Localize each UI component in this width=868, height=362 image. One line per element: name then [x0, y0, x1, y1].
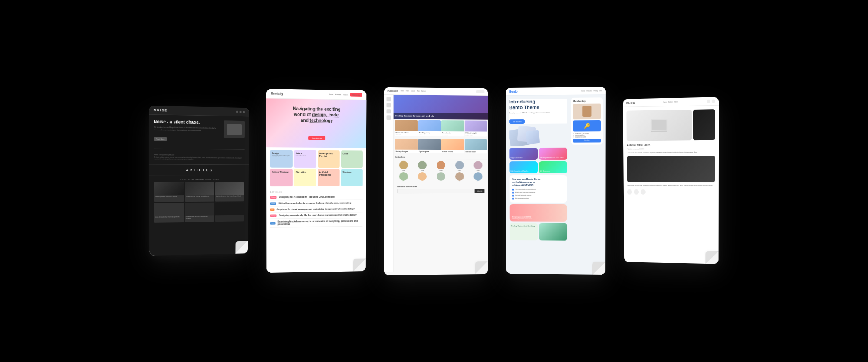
c1-hero-btn[interactable]: Read More [154, 137, 167, 141]
c3-author-6[interactable]: Author [395, 172, 413, 183]
c3-nav: Home News Culture Tech Opinion [401, 90, 426, 92]
c3-author-9[interactable]: Author [450, 172, 468, 183]
c5-hero-img-right [693, 109, 715, 140]
c3-author-5-avatar [473, 161, 482, 169]
showcase-container: NOISE Noise - a silent chaos. We analyse… [0, 0, 868, 362]
c3-article-img-1 [395, 120, 418, 131]
c3-author-1[interactable]: Author [395, 161, 413, 171]
c3-author-7[interactable]: Author [414, 172, 431, 183]
c5-share-icon-2[interactable] [634, 189, 639, 194]
c2-article-5[interactable]: Tech Examining blockchain concepts as in… [270, 218, 362, 228]
c2-article-2[interactable]: Ethics Ethical frameworks for developers… [270, 200, 362, 206]
c4-runner-image: Everything you need, BENT-TOsomething yo… [510, 204, 567, 221]
c3-author-9-avatar [455, 172, 464, 181]
c3-article-card-2[interactable]: Breaking story News · 3 min [418, 120, 441, 136]
c3-article-card-6[interactable]: Opinion piece [418, 139, 441, 153]
c1-hero: Noise - a silent chaos. We analyse the w… [149, 114, 249, 146]
c3-article-img-3 [441, 120, 464, 131]
c1-section-title: Noise: Deciphering History [154, 153, 244, 156]
c4-nav: Home Features Pricing Docs [581, 90, 602, 91]
c3-author-3[interactable]: Author [432, 161, 450, 171]
c3-email-input[interactable] [397, 189, 473, 193]
c2-articles-section: ARTICLES Design Designing for Accessibil… [266, 189, 366, 229]
c2-cell-code[interactable]: Code [341, 150, 363, 168]
c1-logo: NOISE [154, 108, 168, 112]
c1-article-6[interactable] [215, 202, 244, 222]
c5-share-icon-3[interactable] [641, 189, 646, 194]
c3-author-3-avatar [437, 161, 445, 169]
c5-twitter-icon[interactable] [707, 99, 710, 103]
c2-cell-startups[interactable]: Startups [341, 169, 363, 186]
c2-article-1[interactable]: Design Designing for Accessibility - Inc… [270, 194, 362, 200]
c4-header: Bento Home Features Pricing Docs [506, 86, 606, 95]
c1-article-4[interactable]: Voices of Leadership: University Speeche… [154, 203, 184, 223]
c3-article-card-5[interactable]: Society changes [395, 139, 418, 153]
c3-subscribe-btn[interactable]: Subscribe [474, 189, 484, 193]
c1-hero-subtitle: We analyse the world's political chaos t… [154, 126, 221, 132]
c2-bento-grid: Design Typography & Visual Principles Ar… [266, 147, 366, 189]
c3-authors-title: Our Authors [395, 156, 487, 159]
c4-hero-cta-btn[interactable]: Get Started [509, 119, 525, 123]
c1-featured-section: Noise: Deciphering History We find in po… [149, 152, 249, 163]
c2-cell-thinking[interactable]: Critical Thinking [270, 169, 293, 186]
c5-share-icon-2[interactable] [712, 99, 715, 103]
c1-categories: POLITICS HISTORY LEADERSHIP CULTURE SOCI… [149, 177, 249, 182]
c3-author-4[interactable]: Author [450, 161, 468, 171]
card-minimal-theme[interactable]: BLOG Home Archive About [623, 97, 719, 264]
c2-cell-design[interactable]: Design Typography & Visual Principles [270, 150, 293, 168]
c2-nav: Home Articles Topics Subscribe [329, 92, 362, 96]
c2-article-3[interactable]: UX An primer for visual management - opt… [270, 206, 362, 213]
c3-author-8[interactable]: Author [432, 172, 450, 183]
c1-article-1[interactable]: Political Dynasties: Historical Families [154, 182, 184, 202]
c3-author-10[interactable]: Author [469, 172, 487, 183]
c3-sidebar-bookmark-icon[interactable] [386, 109, 391, 113]
c3-article-card-7[interactable]: Culture review [441, 139, 464, 153]
c3-article-img-8 [464, 139, 487, 150]
c2-article-4[interactable]: Design Designing user-friendly UIs for s… [270, 212, 362, 219]
c3-author-4-avatar [455, 161, 464, 169]
c3-sidebar-profile-icon[interactable] [386, 115, 391, 120]
c3-article-card-3[interactable]: Tech trends Tech · 5 min [441, 120, 464, 136]
c3-sidebar-home-icon[interactable] [386, 97, 391, 101]
c3-article-card-4[interactable]: Political insight Politics · 6 min [464, 120, 487, 136]
c2-cell-playlist[interactable]: Development Playlist [318, 150, 340, 167]
c3-sidebar [384, 94, 393, 271]
c1-hero-title: Noise - a silent chaos. [154, 119, 221, 125]
c3-author-5[interactable]: Author [469, 161, 487, 171]
c1-article-5[interactable]: The Power and the Peril: Controversial D… [184, 202, 214, 222]
c4-right: Membership 🔑 ✓ Full access to all conten… [571, 95, 606, 244]
c3-layout: Finding Balance Between Art and Life Mus… [384, 94, 488, 271]
c3-article-card-1[interactable]: Music and culture Arts · 4 min [395, 120, 418, 136]
c1-dots [236, 110, 245, 113]
c1-article-2[interactable]: Turning Points in History: Political Eve… [185, 182, 214, 201]
c1-dot-2 [240, 110, 242, 113]
c2-cell-article[interactable]: Article Featured content [294, 150, 316, 167]
c4-checklist: Fully customizable bento grid layout Mul… [512, 188, 565, 199]
c3-article-img-6 [418, 139, 441, 150]
c2-cell-ai[interactable]: Artificial Intelligence [317, 169, 339, 186]
c4-bottom-grid: Feeling Topics Just Got Easy [510, 223, 567, 240]
c3-search[interactable] [476, 90, 485, 93]
c5-content: Article Title Here Published on January … [623, 105, 719, 198]
c3-author-2[interactable]: Author [414, 161, 431, 171]
c3-article-card-8[interactable]: Science report [464, 139, 487, 153]
card-bento-theme[interactable]: Bento Home Features Pricing Docs Introdu… [506, 86, 606, 274]
page-curl-2 [355, 260, 365, 271]
c3-sidebar-menu-icon[interactable] [386, 103, 391, 107]
c2-subscribe-btn[interactable]: Subscribe [350, 93, 362, 96]
c2-cell-disruption[interactable]: Disruption [294, 169, 316, 186]
c5-nav: Home Archive About [663, 101, 678, 103]
c1-tv-image [224, 120, 245, 138]
c4-membership-btn[interactable]: Join Now [573, 139, 601, 142]
page-curl-3 [477, 263, 488, 274]
c1-article-3[interactable]: Maritime Leaders: How Crisis Shaped Nava… [215, 182, 244, 201]
c5-share-icon-1[interactable] [627, 189, 632, 194]
c1-dot-1 [236, 110, 238, 113]
card-colorful-theme[interactable]: Bento.ly Home Articles Topics Subscribe … [266, 88, 367, 272]
c2-hero-btn[interactable]: Read Articles [308, 136, 326, 140]
c3-hero-title: Finding Balance Between Art and Life [395, 114, 487, 117]
c5-hero-images [626, 109, 715, 141]
c4-anything-section: You can use Bento Cardson the Homepage t… [510, 175, 567, 202]
card-noise-theme[interactable]: NOISE Noise - a silent chaos. We analyse… [149, 106, 249, 256]
card-news-theme[interactable]: Publication Home News Culture Tech Opini… [384, 87, 488, 275]
